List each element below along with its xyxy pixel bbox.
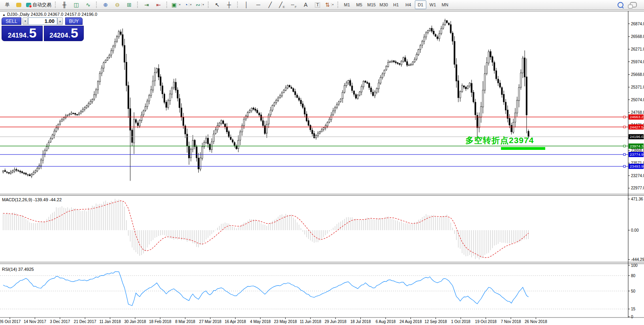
line-chart-button[interactable]: ∿ bbox=[83, 0, 94, 9]
toolbar-separator bbox=[55, 2, 56, 8]
toolbar-separator bbox=[96, 2, 98, 8]
equidistant-channel-button[interactable]: ╱E bbox=[277, 0, 288, 9]
svg-text:24427.5: 24427.5 bbox=[630, 125, 643, 129]
svg-text:24663.2: 24663.2 bbox=[630, 115, 643, 119]
candlestick-chart-button[interactable]: ◫ bbox=[71, 0, 82, 9]
timeframe-w1[interactable]: W1 bbox=[427, 0, 439, 9]
buy-price-main: 24204 bbox=[49, 32, 68, 40]
svg-text:4 May 2018: 4 May 2018 bbox=[250, 319, 271, 324]
svg-text:18 Feb 2018: 18 Feb 2018 bbox=[149, 319, 171, 324]
search-button[interactable] bbox=[618, 2, 623, 8]
svg-text:7 Nov 2018: 7 Nov 2018 bbox=[501, 319, 521, 324]
svg-text:25974.0: 25974.0 bbox=[631, 60, 644, 64]
highlight-bar[interactable] bbox=[501, 147, 545, 150]
chat-button[interactable] bbox=[630, 2, 637, 8]
chart-title-text: DJ30-,Daily 24326.0 24367.0 24157.0 2419… bbox=[7, 12, 97, 17]
chart-canvas[interactable]: 26874.026568.026271.025974.025668.025371… bbox=[0, 10, 644, 325]
svg-text:19 Oct 2018: 19 Oct 2018 bbox=[475, 319, 497, 324]
svg-text:23493.9: 23493.9 bbox=[630, 164, 643, 168]
buy-button[interactable]: BUY bbox=[65, 17, 83, 25]
hline-objects[interactable] bbox=[0, 116, 628, 167]
timeframe-d1[interactable]: D1 bbox=[415, 0, 426, 9]
svg-text:14 Nov 2017: 14 Nov 2017 bbox=[24, 319, 46, 324]
toolbar-separator bbox=[208, 2, 209, 8]
arrows-button-dropdown-icon[interactable]: ▾ bbox=[331, 3, 334, 6]
collapse-triangle-icon[interactable]: ▲ bbox=[2, 13, 6, 17]
fibonacci-button[interactable]: ┄F bbox=[288, 0, 299, 9]
svg-text:23 May 2018: 23 May 2018 bbox=[274, 319, 297, 324]
gold-icon[interactable] bbox=[13, 0, 24, 9]
buy-price-point: . bbox=[68, 32, 70, 39]
toolbar-separator bbox=[137, 2, 139, 8]
sell-price-frac: 5 bbox=[29, 27, 36, 39]
new-chart-button-dropdown-icon[interactable]: ▾ bbox=[178, 3, 181, 6]
timeframe-m30[interactable]: M30 bbox=[378, 0, 390, 9]
svg-text:3 Dec 2017: 3 Dec 2017 bbox=[50, 319, 70, 324]
tile-windows-button[interactable]: ⊞ bbox=[124, 0, 135, 9]
trendline-button[interactable]: ╱ bbox=[265, 0, 276, 9]
mt4-window: { "toolbar": { "groups": [ {"items": [ {… bbox=[0, 0, 644, 325]
crosshair-button[interactable]: ┼ bbox=[224, 0, 235, 9]
timeframe-m15[interactable]: M15 bbox=[366, 0, 377, 9]
svg-text:26271.0: 26271.0 bbox=[631, 47, 644, 51]
zoom-out-button[interactable]: ⊖ bbox=[112, 0, 123, 9]
volume-input[interactable]: 1.00 bbox=[28, 17, 57, 25]
horizontal-line-button[interactable]: ─ bbox=[253, 0, 264, 9]
volume-increase-button[interactable]: ▲ bbox=[57, 17, 63, 25]
svg-text:15: 15 bbox=[631, 307, 636, 311]
periods-button[interactable]: ◔▾ bbox=[183, 0, 194, 9]
chart-shift-button[interactable]: ⇥ bbox=[141, 0, 152, 9]
timeframe-m1[interactable]: M1 bbox=[341, 0, 353, 9]
svg-text:25074.0: 25074.0 bbox=[631, 98, 644, 102]
time-axis: 26 Oct 201714 Nov 20173 Dec 201721 Dec 2… bbox=[0, 317, 547, 324]
timeframe-mn[interactable]: MN bbox=[439, 0, 451, 9]
sell-price-point: . bbox=[27, 32, 28, 39]
vertical-line-button[interactable]: │ bbox=[241, 0, 252, 9]
toolbar-separator bbox=[237, 2, 239, 8]
svg-text:25668.0: 25668.0 bbox=[631, 72, 644, 77]
svg-text:25371.0: 25371.0 bbox=[631, 85, 644, 89]
timeframe-h4[interactable]: H4 bbox=[403, 0, 414, 9]
macd-indicator-label: MACD(12,26,9) -139.49 -44.22 bbox=[2, 197, 62, 202]
svg-text:26568.0: 26568.0 bbox=[631, 34, 644, 39]
order-button[interactable]: 单 bbox=[1, 0, 12, 9]
svg-text:30 Jan 2018: 30 Jan 2018 bbox=[124, 319, 146, 324]
svg-text:11 Jan 2018: 11 Jan 2018 bbox=[99, 319, 121, 324]
sell-button[interactable]: SELL bbox=[2, 17, 21, 25]
autotrading-button-icon bbox=[26, 3, 31, 7]
svg-text:26 Oct 2017: 26 Oct 2017 bbox=[0, 319, 21, 324]
indicators-button-dropdown-icon[interactable]: ▾ bbox=[201, 3, 204, 6]
svg-text:471.36: 471.36 bbox=[631, 197, 643, 201]
periods-button-dropdown-icon[interactable]: ▾ bbox=[189, 3, 192, 6]
sell-price-main: 24194 bbox=[8, 32, 26, 40]
rsi-axis: 1008050150 bbox=[628, 263, 638, 319]
svg-text:24196.0: 24196.0 bbox=[630, 134, 643, 139]
sell-price-display: 24194.5 bbox=[2, 26, 43, 41]
toolbar-separator bbox=[166, 2, 168, 8]
svg-text:26 Nov 2018: 26 Nov 2018 bbox=[525, 319, 547, 324]
text-button[interactable]: A bbox=[300, 0, 311, 9]
candles-layer bbox=[2, 19, 529, 181]
one-click-trading-panel: SELL ▼ 1.00 ▲ BUY 24194.5 24204.5 bbox=[2, 17, 85, 41]
rsi-layer bbox=[0, 272, 628, 309]
svg-text:22977.0: 22977.0 bbox=[631, 186, 644, 190]
svg-text:6 Aug 2018: 6 Aug 2018 bbox=[376, 319, 396, 324]
indicators-button[interactable]: ∾▾ bbox=[194, 0, 205, 9]
bar-chart-button[interactable]: ╫ bbox=[59, 0, 70, 9]
macd-layer bbox=[3, 199, 529, 259]
chart-autoscroll-button[interactable]: ⇤ bbox=[153, 0, 164, 9]
volume-decrease-button[interactable]: ▼ bbox=[23, 17, 28, 25]
autotrading-button[interactable]: 自动交易 bbox=[25, 0, 53, 9]
text-label-button[interactable]: T bbox=[312, 0, 323, 9]
toolbar-separator bbox=[337, 2, 339, 8]
zoom-in-button[interactable]: ⊕ bbox=[100, 0, 111, 9]
timeframe-h1[interactable]: H1 bbox=[390, 0, 402, 9]
annotation-text[interactable]: 多空转折点23974 bbox=[465, 135, 534, 146]
svg-text:24768.0: 24768.0 bbox=[631, 110, 644, 115]
new-chart-button[interactable]: ▣▾ bbox=[170, 0, 182, 9]
svg-text:1 Oct 2018: 1 Oct 2018 bbox=[451, 319, 471, 324]
svg-text:29 Jun 2018: 29 Jun 2018 bbox=[325, 319, 346, 324]
cursor-button[interactable]: ↖ bbox=[212, 0, 223, 9]
arrows-button[interactable]: ⇅▾ bbox=[324, 0, 335, 9]
timeframe-m5[interactable]: M5 bbox=[354, 0, 365, 9]
